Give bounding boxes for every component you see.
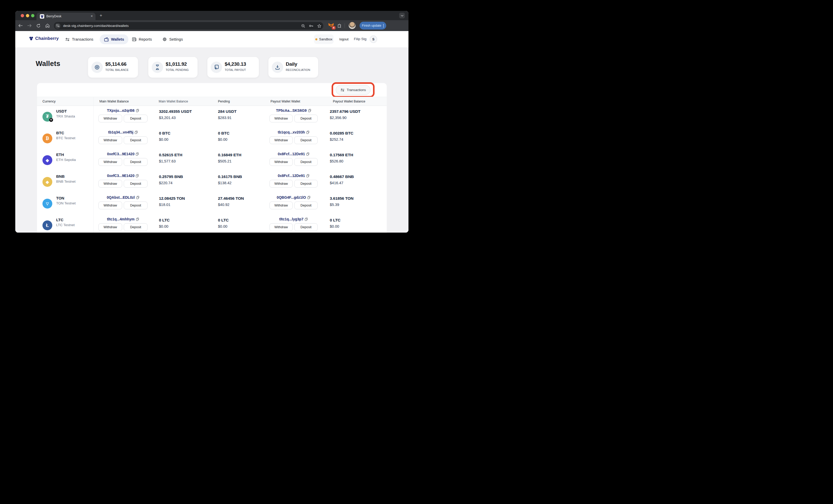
nav-item-settings[interactable]: Settings	[162, 34, 183, 44]
currency-network: BNB Testnet	[56, 180, 76, 183]
currency-symbol: LTC	[56, 218, 75, 222]
withdraw-button[interactable]: Withdraw	[269, 136, 293, 144]
deposit-button[interactable]: Deposit	[124, 223, 147, 231]
payout-wallet-address[interactable]: 0QBG4F...gdz1lO	[277, 195, 310, 200]
main-balance-usd: $0.00	[159, 137, 170, 142]
user-avatar[interactable]: S	[370, 35, 377, 43]
brand-name: Chainberry	[35, 36, 59, 41]
nav-item-transactions[interactable]: Transactions	[65, 34, 93, 44]
payout-wallet-address[interactable]: TP5cAa...SKS6G9	[276, 108, 311, 112]
main-wallet-address[interactable]: 0QAbst...EDL0zl	[106, 195, 139, 200]
pending-balance: 0.16849 ETH	[218, 153, 241, 157]
deposit-button[interactable]: Deposit	[124, 202, 147, 209]
payout-balance-usd: $5.39	[330, 203, 354, 207]
card-label: TOTAL BALANCE	[105, 68, 129, 71]
nav-item-reports[interactable]: Reports	[132, 34, 152, 44]
nav-item-wallets[interactable]: Wallets	[100, 34, 128, 44]
withdraw-button[interactable]: Withdraw	[98, 158, 122, 166]
withdraw-button[interactable]: Withdraw	[98, 202, 122, 209]
withdraw-button[interactable]: Withdraw	[269, 158, 293, 166]
pending-balance-usd: $283.91	[218, 116, 237, 120]
new-tab-button[interactable]: +	[100, 13, 102, 18]
main-wallet-address[interactable]: 0xefC3...9E1420	[107, 174, 139, 178]
home-icon[interactable]	[44, 23, 50, 29]
payout-wallet-address[interactable]: tb1qcq...xv203h	[278, 130, 309, 134]
logout-link[interactable]: logout	[339, 37, 349, 41]
payout-wallet-address[interactable]: 0x8Fcf...12De91	[278, 152, 309, 156]
deposit-button[interactable]: Deposit	[294, 136, 318, 144]
deposit-button[interactable]: Deposit	[294, 115, 318, 122]
bookmark-star-icon[interactable]	[316, 23, 322, 29]
nav-label: Settings	[169, 37, 183, 42]
password-key-icon[interactable]	[308, 23, 314, 29]
close-window-button[interactable]	[21, 14, 24, 17]
extensions-puzzle-icon[interactable]	[336, 22, 342, 28]
main-wallet-address[interactable]: tb1q34...vn4f5j	[108, 130, 138, 134]
main-balance-usd: $1,577.63	[159, 159, 182, 163]
transactions-button[interactable]: Transactions	[336, 85, 371, 95]
finish-update-label: Finish update	[362, 24, 381, 27]
wallets-table: Transactions Currency Main Wallet Balanc…	[37, 83, 387, 233]
reload-icon[interactable]	[35, 23, 42, 29]
deposit-button[interactable]: Deposit	[124, 180, 147, 187]
profile-avatar[interactable]	[349, 22, 356, 29]
withdraw-button[interactable]: Withdraw	[98, 115, 122, 122]
payout-balance: 0.17569 ETH	[330, 153, 353, 157]
address-bar[interactable]: desk-stg.chainberry.com/dashboard/wallet…	[54, 22, 323, 29]
currency-symbol: BTC	[56, 131, 75, 135]
payout-balance-usd: $416.47	[330, 181, 354, 185]
tab-search-chevron-icon[interactable]	[399, 13, 405, 18]
minimize-window-button[interactable]	[26, 14, 29, 17]
environment-badge[interactable]: Sandbox	[314, 34, 334, 44]
main-balance: 0.52615 ETH	[159, 153, 182, 157]
deposit-button[interactable]: Deposit	[294, 158, 318, 166]
copy-icon	[305, 218, 308, 221]
maximize-window-button[interactable]	[31, 14, 34, 17]
metamask-extension-icon[interactable]: 9	[328, 22, 334, 28]
pending-balance-usd: $40.92	[218, 203, 244, 207]
deposit-button[interactable]: Deposit	[124, 115, 147, 122]
bnb-icon: ◈	[43, 177, 52, 187]
back-icon[interactable]	[17, 23, 24, 29]
withdraw-button[interactable]: Withdraw	[98, 180, 122, 187]
payout-wallet-address[interactable]: tltc1q...lyg3p7	[279, 217, 308, 221]
finish-update-button[interactable]: Finish update	[360, 22, 386, 29]
withdraw-button[interactable]: Withdraw	[269, 115, 293, 122]
card-value: $1,011.92	[166, 61, 187, 67]
main-wallet-address[interactable]: 0xefC3...9E1420	[107, 152, 139, 156]
withdraw-button[interactable]: Withdraw	[269, 223, 293, 231]
payout-wallet-address[interactable]: 0x8Fcf...12De91	[278, 174, 309, 178]
withdraw-button[interactable]: Withdraw	[269, 180, 293, 187]
browser-menu-icon	[383, 24, 384, 27]
brand-logo[interactable]: Chainberry	[28, 36, 59, 41]
site-settings-icon[interactable]	[55, 23, 61, 29]
card-label: RECONCILIATION	[286, 68, 310, 71]
header-payout-wallet: Payout Wallet Wallet	[270, 100, 300, 103]
deposit-button[interactable]: Deposit	[294, 180, 318, 187]
deposit-button[interactable]: Deposit	[124, 136, 147, 144]
payout-balance-usd: $0.00	[330, 224, 340, 228]
user-name[interactable]: Filip Stg	[354, 37, 366, 41]
withdraw-button[interactable]: Withdraw	[98, 136, 122, 144]
currency-network: LTC Testnet	[56, 223, 75, 227]
withdraw-button[interactable]: Withdraw	[269, 202, 293, 209]
withdraw-button[interactable]: Withdraw	[98, 223, 122, 231]
deposit-button[interactable]: Deposit	[294, 223, 318, 231]
main-balance: 0 BTC	[159, 131, 170, 135]
card-label: TOTAL PENDING	[166, 68, 189, 71]
main-wallet-address[interactable]: tltc1q...4mhhym	[107, 217, 139, 221]
deposit-button[interactable]: Deposit	[294, 202, 318, 209]
url-text[interactable]: desk-stg.chainberry.com/dashboard/wallet…	[63, 24, 129, 28]
header-payout-wallet-balance: Payout Wallet Balance	[333, 100, 365, 103]
coin-glyph: ◈	[46, 180, 49, 184]
forward-icon[interactable]	[26, 23, 32, 29]
main-wallet-address[interactable]: TXpxju...o2qrB6	[107, 108, 139, 112]
deposit-button[interactable]: Deposit	[124, 158, 147, 166]
daily-reconciliation-card[interactable]: Daily RECONCILIATION	[268, 57, 318, 78]
browser-tab[interactable]: BerryDesk ✕	[37, 13, 96, 20]
zoom-icon[interactable]	[300, 23, 306, 29]
transactions-icon	[65, 37, 70, 42]
coin-glyph: ₮	[46, 114, 49, 119]
wallet-icon	[104, 37, 109, 42]
tab-close-icon[interactable]: ✕	[91, 15, 93, 18]
